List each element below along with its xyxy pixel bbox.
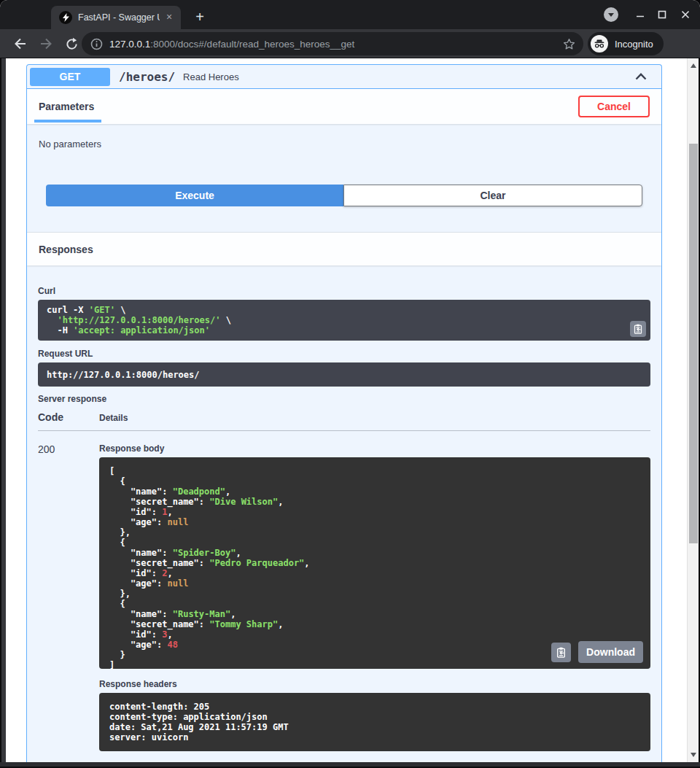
scrollbar-down-arrow[interactable] [688, 749, 699, 761]
parameters-tab-underline [34, 120, 101, 123]
window-frame-bottom [0, 762, 700, 768]
address-bar[interactable]: 127.0.0.1:8000/docs#/default/read_heroes… [82, 32, 583, 55]
operation-summary[interactable]: GET /heroes/ Read Heroes [27, 65, 661, 89]
response-body-label: Response body [99, 443, 650, 454]
tab-close-icon[interactable]: × [163, 11, 176, 24]
minimize-button[interactable] [633, 7, 648, 22]
window-frame-left [0, 58, 6, 768]
collapse-chevron-icon[interactable] [635, 73, 647, 80]
curl-block: curl -X 'GET' \ 'http://127.0.0.1:8000/h… [38, 300, 650, 341]
site-info-icon[interactable] [90, 38, 103, 50]
operation-description: Read Heroes [183, 71, 239, 82]
operation-block: GET /heroes/ Read Heroes Parameters Canc… [26, 64, 662, 762]
response-body-block: [ { "name": "Deadpond", "secret_name": "… [99, 457, 650, 669]
tab-title: FastAPI - Swagger UI [78, 12, 160, 23]
parameters-tab[interactable]: Parameters [39, 101, 94, 112]
tab-search-button[interactable] [604, 7, 618, 22]
tab-search-circle-icon [604, 7, 618, 22]
incognito-badge: Incognito [588, 32, 664, 55]
responses-title: Responses [39, 244, 93, 255]
parameters-header: Parameters Cancel [27, 89, 661, 124]
details-header: Details [99, 411, 128, 423]
response-copy-button[interactable] [551, 643, 571, 662]
maximize-button[interactable] [655, 7, 669, 22]
request-url-block: http://127.0.0.1:8000/heroes/ [38, 362, 650, 387]
server-response-label: Server response [38, 394, 650, 404]
response-details: Response body [ { "name": "Deadpond", "s… [99, 443, 650, 751]
back-button[interactable] [12, 36, 28, 52]
response-table-header: Code Details [38, 411, 650, 431]
url-text: 127.0.0.1:8000/docs#/default/read_heroes… [109, 39, 563, 50]
status-code: 200 [38, 443, 99, 751]
cancel-button[interactable]: Cancel [578, 96, 650, 117]
url-path: :8000/docs#/default/read_heroes_heroes__… [150, 39, 354, 50]
clear-button[interactable]: Clear [343, 185, 642, 206]
response-body-actions: Download [551, 641, 643, 663]
request-url-label: Request URL [38, 349, 650, 359]
bookmark-star-icon[interactable] [563, 38, 575, 50]
operation-path: /heroes/ [119, 70, 175, 84]
forward-button[interactable] [38, 36, 54, 52]
browser-tab[interactable]: FastAPI - Swagger UI × [51, 6, 181, 29]
fastapi-favicon-icon [59, 11, 72, 24]
download-button[interactable]: Download [578, 641, 643, 663]
page-viewport: GET /heroes/ Read Heroes Parameters Canc… [0, 58, 700, 768]
responses-header: Responses [27, 232, 661, 265]
response-row: 200 Response body [ { "name": "Deadpond"… [38, 431, 650, 751]
content-scrollbar[interactable] [687, 58, 699, 762]
new-tab-button[interactable]: + [191, 9, 209, 26]
url-host: 127.0.0.1 [109, 39, 150, 50]
curl-copy-button[interactable] [630, 321, 646, 337]
browser-toolbar: 127.0.0.1:8000/docs#/default/read_heroes… [0, 29, 700, 58]
swagger-page: GET /heroes/ Read Heroes Parameters Canc… [6, 58, 687, 762]
reload-button[interactable] [63, 36, 79, 52]
method-badge: GET [30, 68, 110, 86]
tab-strip: FastAPI - Swagger UI × + [0, 0, 700, 29]
close-window-button[interactable] [678, 7, 693, 22]
execute-row: Execute Clear [27, 150, 661, 232]
incognito-label: Incognito [615, 39, 653, 50]
incognito-icon [591, 35, 608, 53]
scrollbar-thumb[interactable] [689, 144, 699, 543]
code-header: Code [38, 411, 99, 423]
execute-button[interactable]: Execute [46, 185, 343, 206]
responses-content: Curl curl -X 'GET' \ 'http://127.0.0.1:8… [27, 286, 661, 751]
browser-window: FastAPI - Swagger UI × + [0, 0, 700, 768]
no-parameters-text: No parameters [27, 124, 661, 150]
curl-label: Curl [38, 286, 650, 296]
response-headers-block: content-length: 205content-type: applica… [99, 693, 650, 751]
response-headers-label: Response headers [99, 679, 650, 689]
scrollbar-up-arrow[interactable] [688, 60, 699, 71]
